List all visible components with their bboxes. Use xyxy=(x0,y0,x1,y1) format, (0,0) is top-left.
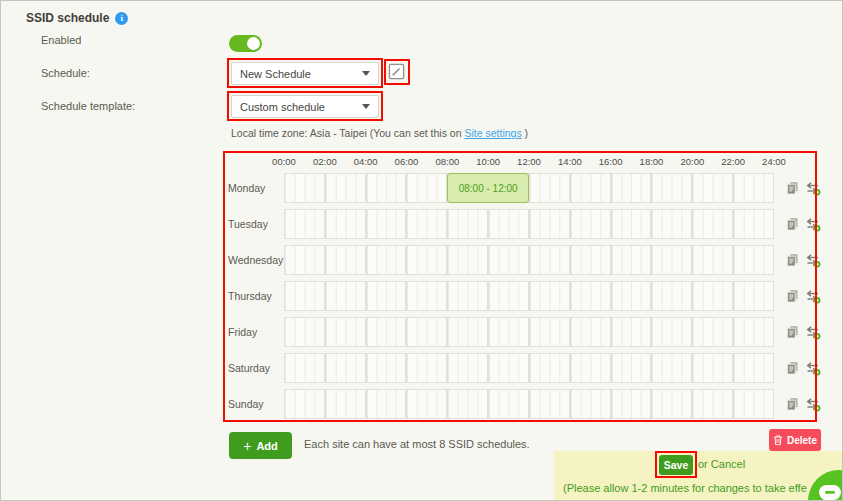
track-cell-group[interactable] xyxy=(447,281,488,311)
track-cell-group[interactable] xyxy=(284,281,325,311)
track-cell-group[interactable] xyxy=(651,173,692,203)
day-track[interactable] xyxy=(284,281,774,311)
track-cell-group[interactable] xyxy=(406,209,447,239)
site-settings-link[interactable]: Site settings xyxy=(464,127,521,139)
track-cell-group[interactable] xyxy=(284,173,325,203)
track-cell-group[interactable] xyxy=(651,353,692,383)
copy-day-button[interactable] xyxy=(786,253,799,267)
apply-to-all-days-button[interactable] xyxy=(804,325,821,340)
track-cell-group[interactable] xyxy=(325,173,366,203)
copy-day-button[interactable] xyxy=(786,217,799,231)
track-cell-group[interactable] xyxy=(692,209,733,239)
track-cell-group[interactable] xyxy=(366,245,407,275)
track-cell-group[interactable] xyxy=(733,281,774,311)
track-cell-group[interactable] xyxy=(611,209,652,239)
track-cell-group[interactable] xyxy=(325,389,366,419)
day-track[interactable] xyxy=(284,389,774,419)
track-cell-group[interactable] xyxy=(325,281,366,311)
track-cell-group[interactable] xyxy=(733,389,774,419)
apply-to-all-days-button[interactable] xyxy=(804,253,821,268)
schedule-template-dropdown[interactable]: Custom schedule xyxy=(231,95,379,118)
track-cell-group[interactable] xyxy=(692,245,733,275)
track-cell-group[interactable] xyxy=(692,317,733,347)
track-cell-group[interactable] xyxy=(488,317,529,347)
track-cell-group[interactable] xyxy=(651,209,692,239)
track-cell-group[interactable] xyxy=(325,353,366,383)
track-cell-group[interactable] xyxy=(733,209,774,239)
track-cell-group[interactable] xyxy=(284,317,325,347)
edit-schedule-button[interactable] xyxy=(388,63,405,82)
track-cell-group[interactable] xyxy=(570,173,611,203)
track-cell-group[interactable] xyxy=(529,353,570,383)
track-cell-group[interactable] xyxy=(406,281,447,311)
add-button[interactable]: + Add xyxy=(229,432,292,459)
track-cell-group[interactable] xyxy=(325,245,366,275)
track-cell-group[interactable] xyxy=(570,209,611,239)
track-cell-group[interactable] xyxy=(529,389,570,419)
enabled-toggle[interactable] xyxy=(229,35,262,52)
day-track[interactable] xyxy=(284,209,774,239)
track-cell-group[interactable] xyxy=(406,245,447,275)
track-cell-group[interactable] xyxy=(366,209,407,239)
track-cell-group[interactable] xyxy=(284,209,325,239)
track-cell-group[interactable] xyxy=(611,317,652,347)
track-cell-group[interactable] xyxy=(529,173,570,203)
track-cell-group[interactable] xyxy=(447,389,488,419)
schedule-event-block[interactable]: 08:00 - 12:00 xyxy=(447,173,529,203)
day-track[interactable] xyxy=(284,245,774,275)
track-cell-group[interactable] xyxy=(529,245,570,275)
track-cell-group[interactable] xyxy=(284,389,325,419)
cancel-link[interactable]: Cancel xyxy=(711,458,745,470)
track-cell-group[interactable] xyxy=(447,209,488,239)
track-cell-group[interactable] xyxy=(733,173,774,203)
track-cell-group[interactable] xyxy=(570,389,611,419)
apply-to-all-days-button[interactable] xyxy=(804,289,821,304)
track-cell-group[interactable] xyxy=(406,317,447,347)
track-cell-group[interactable] xyxy=(611,281,652,311)
track-cell-group[interactable] xyxy=(366,389,407,419)
track-cell-group[interactable] xyxy=(570,317,611,347)
track-cell-group[interactable] xyxy=(406,353,447,383)
track-cell-group[interactable] xyxy=(733,245,774,275)
apply-to-all-days-button[interactable] xyxy=(804,361,821,376)
delete-button[interactable]: Delete xyxy=(769,429,821,451)
track-cell-group[interactable] xyxy=(733,353,774,383)
track-cell-group[interactable] xyxy=(570,245,611,275)
track-cell-group[interactable] xyxy=(406,173,447,203)
copy-day-button[interactable] xyxy=(786,325,799,339)
copy-day-button[interactable] xyxy=(786,181,799,195)
track-cell-group[interactable] xyxy=(366,317,407,347)
track-cell-group[interactable] xyxy=(488,353,529,383)
track-cell-group[interactable] xyxy=(692,389,733,419)
track-cell-group[interactable] xyxy=(651,317,692,347)
copy-day-button[interactable] xyxy=(786,397,799,411)
copy-day-button[interactable] xyxy=(786,289,799,303)
info-icon[interactable]: i xyxy=(115,12,128,25)
track-cell-group[interactable] xyxy=(447,353,488,383)
track-cell-group[interactable] xyxy=(611,353,652,383)
track-cell-group[interactable] xyxy=(366,173,407,203)
track-cell-group[interactable] xyxy=(366,281,407,311)
track-cell-group[interactable] xyxy=(447,245,488,275)
track-cell-group[interactable] xyxy=(651,245,692,275)
track-cell-group[interactable] xyxy=(570,353,611,383)
track-cell-group[interactable] xyxy=(488,245,529,275)
track-cell-group[interactable] xyxy=(651,281,692,311)
apply-to-all-days-button[interactable] xyxy=(804,217,821,232)
track-cell-group[interactable] xyxy=(325,317,366,347)
track-cell-group[interactable] xyxy=(529,209,570,239)
track-cell-group[interactable] xyxy=(529,317,570,347)
track-cell-group[interactable] xyxy=(733,317,774,347)
track-cell-group[interactable] xyxy=(325,209,366,239)
track-cell-group[interactable] xyxy=(284,353,325,383)
apply-to-all-days-button[interactable] xyxy=(804,181,821,196)
track-cell-group[interactable] xyxy=(651,389,692,419)
track-cell-group[interactable] xyxy=(692,173,733,203)
track-cell-group[interactable] xyxy=(406,389,447,419)
save-button[interactable]: Save xyxy=(659,455,693,475)
track-cell-group[interactable] xyxy=(692,281,733,311)
apply-to-all-days-button[interactable] xyxy=(804,397,821,412)
copy-day-button[interactable] xyxy=(786,361,799,375)
day-track[interactable] xyxy=(284,173,774,203)
day-track[interactable] xyxy=(284,353,774,383)
